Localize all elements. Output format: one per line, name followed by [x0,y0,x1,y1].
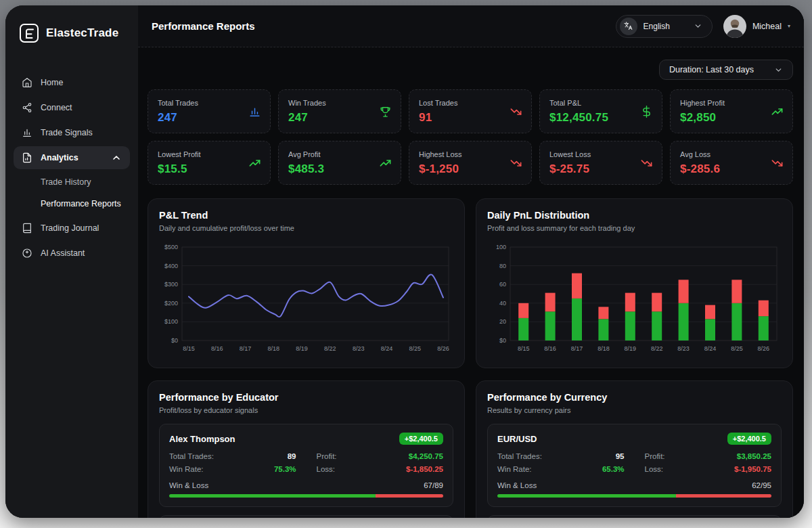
row-label: Total Trades: [497,452,542,460]
panel-subtitle: Results by currency pairs [487,406,782,414]
sidebar-item-label: Home [41,78,63,87]
stat-value: $-285.6 [680,162,783,176]
pnl-trend-chart: $0$100$200$300$400$5008/158/168/178/188/… [159,242,451,358]
svg-text:8/22: 8/22 [651,345,663,352]
sidebar-item-home[interactable]: Home [14,71,130,94]
user-menu[interactable]: Micheal ▾ [723,15,790,38]
row-label: Profit: [645,452,665,460]
user-name: Micheal [752,22,782,31]
pnl-trend-panel: P&L Trend Daily and cumulative profit/lo… [148,198,465,368]
stat-value: $2,850 [680,111,783,125]
trend-down-icon [510,156,522,169]
stat-value: $-25.75 [549,162,652,176]
row-value: $-1,950.75 [734,465,771,473]
stat-label: Avg Profit [288,150,391,158]
row-label: Profit: [317,452,337,460]
row-value: 65.3% [602,465,625,473]
sidebar-item-label: Trading Journal [41,223,99,233]
currency-card: GBP/USD +$1,079.5 Total Trades:78 Profit… [487,515,782,518]
educator-name: Alex Thompson [169,434,235,444]
stat-label: Lost Trades [419,99,522,107]
stat-label: Lowest Loss [549,150,652,158]
stat-label: Total P&L [549,99,652,107]
panel-subtitle: Profit and loss summary for each trading… [487,224,782,232]
top-header: Performance Reports English Micheal ▾ [138,5,804,47]
chevron-up-icon[interactable] [111,152,122,163]
sidebar-item-analytics[interactable]: Analytics [14,146,130,169]
stat-card-lowest-loss: Lowest Loss $-25.75 [539,141,662,185]
stat-label: Avg Loss [680,150,783,158]
analytics-icon [22,152,32,163]
win-loss-ratio: 62/95 [752,481,771,489]
chevron-down-icon [694,22,702,30]
connect-icon [22,102,32,113]
stat-value: $12,450.75 [549,111,652,125]
stat-label: Lowest Profit [158,150,261,158]
sidebar-item-label: Connect [41,103,72,112]
user-caret-icon: ▾ [788,23,790,29]
daily-pnl-panel: Daily PnL Distribution Profit and loss s… [476,198,793,368]
svg-text:8/15: 8/15 [183,345,195,352]
stat-card-highest-profit: Highest Profit $2,850 [670,89,793,133]
row-label: Total Trades: [169,452,214,460]
performance-by-currency-panel: Performance by Currency Results by curre… [476,380,793,518]
trend-down-icon [640,156,653,169]
signals-icon [22,127,32,138]
sidebar-item-performance-reports[interactable]: Performance Reports [14,193,130,215]
panel-subtitle: Profit/loss by educator signals [159,406,453,414]
sidebar-item-trade-history[interactable]: Trade History [14,171,130,193]
svg-text:80: 80 [499,263,506,269]
svg-text:8/15: 8/15 [518,345,530,352]
svg-text:$100: $100 [164,318,178,325]
avatar [723,15,746,38]
svg-text:8/19: 8/19 [296,345,308,352]
svg-text:$300: $300 [164,281,178,288]
stat-card-lost-trades: Lost Trades 91 [409,89,532,133]
svg-text:20: 20 [499,318,506,325]
stat-label: Highest Loss [419,150,522,158]
sidebar-item-connect[interactable]: Connect [14,96,130,119]
pnl-badge: +$2,400.5 [727,433,771,445]
content-scroll-area: Duration: Last 30 days Total Trades 247 … [138,47,804,518]
svg-text:60: 60 [499,281,506,288]
svg-text:8/17: 8/17 [571,345,583,352]
stat-label: Win Trades [288,99,391,107]
sidebar: ElastecTrade Home Connect Trade Signals … [5,5,138,518]
svg-text:8/22: 8/22 [324,345,336,352]
language-selector[interactable]: English [616,15,713,38]
stats-grid: Total Trades 247 Win Trades 247 Lost Tra… [148,89,793,185]
bar-chart-icon [248,105,261,118]
svg-text:$0: $0 [171,337,178,344]
performance-by-educator-panel: Performance by Educator Profit/loss by e… [148,380,465,518]
sidebar-item-label: Analytics [41,153,78,162]
pnl-badge: +$2,400.5 [399,433,443,445]
svg-text:$400: $400 [164,263,178,269]
currency-pair: EUR/USD [497,434,537,444]
stat-card-total-pnl: Total P&L $12,450.75 [539,89,662,133]
svg-text:8/26: 8/26 [437,345,449,352]
stat-card-total-trades: Total Trades 247 [148,89,271,133]
svg-text:$200: $200 [164,300,178,307]
panel-title: Daily PnL Distribution [487,210,782,221]
stat-label: Total Trades [158,99,261,107]
win-loss-label: Win & Loss [497,481,537,489]
language-label: English [644,22,670,31]
row-label: Loss: [317,465,336,473]
stat-card-win-trades: Win Trades 247 [278,89,401,133]
brand-name: ElastecTrade [46,26,118,40]
translate-icon [620,18,637,35]
win-loss-bar [169,494,443,498]
svg-text:$0: $0 [499,337,506,344]
stat-card-highest-loss: Highest Loss $-1,250 [409,141,532,185]
panel-subtitle: Daily and cumulative profit/loss over ti… [159,224,453,232]
row-label: Loss: [645,465,664,473]
svg-text:8/24: 8/24 [704,345,717,352]
trend-up-icon [248,156,261,169]
sidebar-item-ai-assistant[interactable]: AI Assistant [14,242,130,265]
sidebar-item-trade-signals[interactable]: Trade Signals [14,121,130,144]
trend-down-icon [510,105,522,118]
sidebar-item-trading-journal[interactable]: Trading Journal [14,217,130,240]
row-value: 89 [288,452,296,460]
duration-select[interactable]: Duration: Last 30 days [659,60,793,80]
svg-text:8/18: 8/18 [268,345,280,352]
